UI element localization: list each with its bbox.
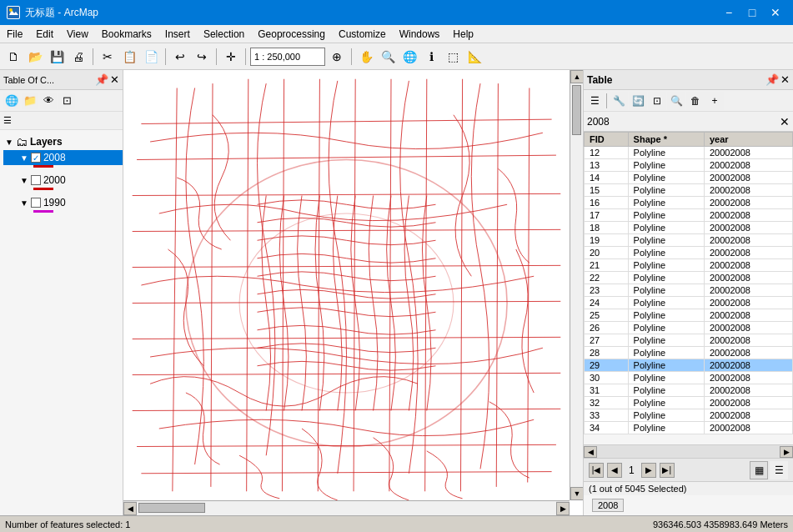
table-row[interactable]: 15 Polyline 20002008 (585, 184, 793, 197)
table-grid-view[interactable]: ▦ (750, 461, 768, 479)
table-pin-button[interactable]: 📌 (765, 73, 779, 86)
add-data-button[interactable]: ✛ (221, 47, 241, 67)
table-row[interactable]: 22 Polyline 20002008 (585, 272, 793, 284)
open-button[interactable]: 📂 (25, 47, 45, 67)
menu-bookmarks[interactable]: Bookmarks (95, 25, 158, 43)
layer-2008-checkbox[interactable] (31, 153, 41, 163)
table-delete-btn[interactable]: 🗑 (686, 92, 705, 110)
nav-next[interactable]: ▶ (641, 463, 656, 478)
print-button[interactable]: 🖨 (68, 47, 88, 67)
map-horizontal-scrollbar[interactable]: ◀ ▶ (123, 500, 570, 515)
layer-2000-checkbox[interactable] (31, 175, 41, 185)
pan-button[interactable]: ✋ (356, 47, 376, 67)
map-vscroll-thumb[interactable] (572, 85, 581, 135)
identify-button[interactable]: ℹ (421, 47, 441, 67)
table-form-view[interactable]: ☰ (770, 461, 788, 479)
table-grid[interactable]: FID Shape * year 12 Polyline 20002008 13… (584, 132, 793, 444)
toc-display-tab[interactable]: 🌐 (3, 93, 20, 109)
table-row[interactable]: 29 Polyline 20002008 (585, 359, 793, 372)
map-area[interactable]: ▲ ▼ ◀ ▶ (123, 70, 583, 515)
toc-selection-tab[interactable]: ⊡ (58, 93, 75, 109)
paste-button[interactable]: 📄 (141, 47, 161, 67)
measure-button[interactable]: 📐 (464, 47, 484, 67)
table-row[interactable]: 25 Polyline 20002008 (585, 309, 793, 322)
table-horizontal-scrollbar[interactable]: ◀ ▶ (584, 444, 793, 458)
table-refresh-btn[interactable]: 🔄 (629, 92, 647, 110)
copy-button[interactable]: 📋 (119, 47, 139, 67)
menu-windows[interactable]: Windows (393, 25, 447, 43)
table-row[interactable]: 14 Polyline 20002008 (585, 172, 793, 184)
col-fid[interactable]: FID (585, 133, 629, 147)
new-button[interactable]: 🗋 (3, 47, 23, 67)
table-row[interactable]: 26 Polyline 20002008 (585, 322, 793, 334)
save-button[interactable]: 💾 (47, 47, 67, 67)
map-scroll-left[interactable]: ◀ (123, 502, 137, 515)
toc-visible-tab[interactable]: 👁 (40, 93, 57, 109)
toc-item-1990[interactable]: ▼ 1990 (3, 195, 123, 210)
table-hscroll-left[interactable]: ◀ (584, 446, 597, 458)
table-row[interactable]: 31 Polyline 20002008 (585, 384, 793, 397)
table-row[interactable]: 33 Polyline 20002008 (585, 409, 793, 422)
cut-button[interactable]: ✂ (98, 47, 118, 67)
table-row[interactable]: 27 Polyline 20002008 (585, 334, 793, 347)
table-row[interactable]: 23 Polyline 20002008 (585, 284, 793, 297)
table-row[interactable]: 18 Polyline 20002008 (585, 222, 793, 234)
menu-selection[interactable]: Selection (197, 25, 251, 43)
toc-close-button[interactable]: ✕ (110, 73, 119, 86)
toc-item-2008[interactable]: ▼ 2008 (3, 150, 123, 165)
layer-1990-checkbox[interactable] (31, 198, 41, 208)
toc-group-header[interactable]: ▼ 🗂 Layers (3, 133, 123, 150)
table-select-btn[interactable]: ⊡ (648, 92, 666, 110)
menu-edit[interactable]: Edit (29, 25, 60, 43)
table-year-close[interactable]: ✕ (780, 115, 790, 128)
table-row[interactable]: 20 Polyline 20002008 (585, 247, 793, 259)
table-row[interactable]: 21 Polyline 20002008 (585, 259, 793, 272)
table-row[interactable]: 24 Polyline 20002008 (585, 297, 793, 309)
table-row[interactable]: 32 Polyline 20002008 (585, 397, 793, 409)
nav-last[interactable]: ▶| (660, 463, 675, 478)
close-button[interactable]: ✕ (765, 2, 786, 23)
table-close-button[interactable]: ✕ (780, 73, 790, 86)
table-zoom-btn[interactable]: 🔍 (667, 92, 685, 110)
table-menu-btn[interactable]: ☰ (585, 92, 604, 110)
map-scroll-down[interactable]: ▼ (570, 487, 583, 500)
toc-item-2000[interactable]: ▼ 2000 (3, 173, 123, 188)
zoom-apply-button[interactable]: ⊕ (327, 47, 347, 67)
toc-source-tab[interactable]: 📁 (22, 93, 38, 109)
map-scroll-right[interactable]: ▶ (556, 502, 570, 515)
redo-button[interactable]: ↪ (192, 47, 212, 67)
full-extent-button[interactable]: 🌐 (399, 47, 419, 67)
menu-view[interactable]: View (60, 25, 95, 43)
map-scroll-up[interactable]: ▲ (570, 70, 583, 83)
maximize-button[interactable]: □ (741, 2, 763, 23)
table-row[interactable]: 34 Polyline 20002008 (585, 422, 793, 434)
select-button[interactable]: ⬚ (443, 47, 463, 67)
undo-button[interactable]: ↩ (170, 47, 190, 67)
nav-prev[interactable]: ◀ (607, 463, 622, 478)
nav-first[interactable]: |◀ (589, 463, 604, 478)
menu-file[interactable]: File (0, 25, 29, 43)
map-hscroll-thumb[interactable] (138, 503, 205, 513)
menu-help[interactable]: Help (446, 25, 480, 43)
table-hscroll-right[interactable]: ▶ (780, 446, 793, 458)
table-row[interactable]: 28 Polyline 20002008 (585, 347, 793, 359)
table-row[interactable]: 16 Polyline 20002008 (585, 197, 793, 209)
table-row[interactable]: 19 Polyline 20002008 (585, 234, 793, 247)
col-shape[interactable]: Shape * (628, 133, 704, 147)
menu-insert[interactable]: Insert (158, 25, 197, 43)
table-row[interactable]: 13 Polyline 20002008 (585, 159, 793, 172)
minimize-button[interactable]: − (718, 2, 740, 23)
table-row[interactable]: 12 Polyline 20002008 (585, 147, 793, 159)
col-year[interactable]: year (704, 133, 792, 147)
zoom-level-input[interactable] (250, 48, 325, 66)
zoom-in-button[interactable]: 🔍 (378, 47, 398, 67)
cell-fid: 13 (585, 159, 629, 172)
table-row[interactable]: 30 Polyline 20002008 (585, 372, 793, 384)
toc-pin-button[interactable]: 📌 (95, 73, 108, 86)
menu-customize[interactable]: Customize (332, 25, 393, 43)
menu-geoprocessing[interactable]: Geoprocessing (251, 25, 332, 43)
table-add-btn[interactable]: + (705, 92, 724, 110)
table-options-btn[interactable]: 🔧 (610, 92, 628, 110)
map-vertical-scrollbar[interactable]: ▲ ▼ (570, 70, 583, 500)
table-row[interactable]: 17 Polyline 20002008 (585, 209, 793, 222)
